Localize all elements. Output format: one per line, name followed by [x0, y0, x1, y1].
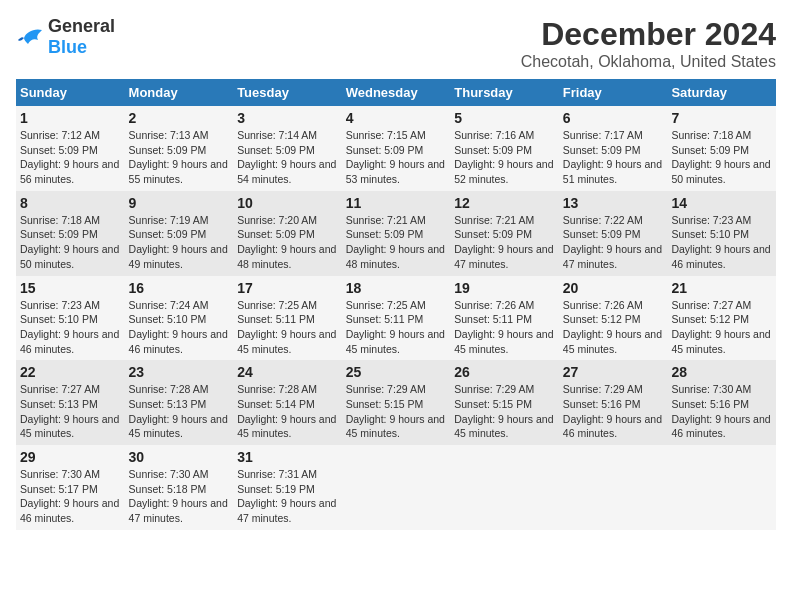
day-number: 16: [129, 280, 230, 296]
day-cell: 23 Sunrise: 7:28 AM Sunset: 5:13 PM Dayl…: [125, 360, 234, 445]
day-cell: 26 Sunrise: 7:29 AM Sunset: 5:15 PM Dayl…: [450, 360, 559, 445]
day-number: 13: [563, 195, 664, 211]
sunrise: Sunrise: 7:21 AM: [346, 214, 426, 226]
daylight: Daylight: 9 hours and 48 minutes.: [346, 243, 445, 270]
sunset: Sunset: 5:09 PM: [454, 228, 532, 240]
day-number: 8: [20, 195, 121, 211]
day-info: Sunrise: 7:25 AM Sunset: 5:11 PM Dayligh…: [346, 298, 447, 357]
day-info: Sunrise: 7:24 AM Sunset: 5:10 PM Dayligh…: [129, 298, 230, 357]
sunrise: Sunrise: 7:31 AM: [237, 468, 317, 480]
day-cell: 21 Sunrise: 7:27 AM Sunset: 5:12 PM Dayl…: [667, 276, 776, 361]
day-info: Sunrise: 7:23 AM Sunset: 5:10 PM Dayligh…: [20, 298, 121, 357]
daylight: Daylight: 9 hours and 51 minutes.: [563, 158, 662, 185]
sunrise: Sunrise: 7:30 AM: [20, 468, 100, 480]
day-cell: [450, 445, 559, 530]
sunrise: Sunrise: 7:28 AM: [129, 383, 209, 395]
sunset: Sunset: 5:09 PM: [20, 228, 98, 240]
daylight: Daylight: 9 hours and 45 minutes.: [454, 413, 553, 440]
sunrise: Sunrise: 7:13 AM: [129, 129, 209, 141]
week-row-1: 1 Sunrise: 7:12 AM Sunset: 5:09 PM Dayli…: [16, 106, 776, 191]
sunset: Sunset: 5:14 PM: [237, 398, 315, 410]
logo-bird-icon: [16, 26, 44, 48]
sunset: Sunset: 5:09 PM: [671, 144, 749, 156]
sunset: Sunset: 5:10 PM: [129, 313, 207, 325]
sunrise: Sunrise: 7:17 AM: [563, 129, 643, 141]
day-number: 28: [671, 364, 772, 380]
sunset: Sunset: 5:09 PM: [20, 144, 98, 156]
calendar-table: Sunday Monday Tuesday Wednesday Thursday…: [16, 79, 776, 530]
daylight: Daylight: 9 hours and 54 minutes.: [237, 158, 336, 185]
header-monday: Monday: [125, 79, 234, 106]
sunset: Sunset: 5:09 PM: [129, 228, 207, 240]
day-number: 5: [454, 110, 555, 126]
day-cell: 6 Sunrise: 7:17 AM Sunset: 5:09 PM Dayli…: [559, 106, 668, 191]
logo: General Blue: [16, 16, 115, 58]
day-cell: [342, 445, 451, 530]
logo-text: General Blue: [48, 16, 115, 58]
sunset: Sunset: 5:09 PM: [237, 228, 315, 240]
day-info: Sunrise: 7:26 AM Sunset: 5:11 PM Dayligh…: [454, 298, 555, 357]
day-number: 1: [20, 110, 121, 126]
daylight: Daylight: 9 hours and 47 minutes.: [454, 243, 553, 270]
day-cell: 19 Sunrise: 7:26 AM Sunset: 5:11 PM Dayl…: [450, 276, 559, 361]
day-number: 17: [237, 280, 338, 296]
day-info: Sunrise: 7:26 AM Sunset: 5:12 PM Dayligh…: [563, 298, 664, 357]
sunrise: Sunrise: 7:23 AM: [20, 299, 100, 311]
daylight: Daylight: 9 hours and 46 minutes.: [20, 497, 119, 524]
day-number: 20: [563, 280, 664, 296]
day-number: 6: [563, 110, 664, 126]
day-number: 31: [237, 449, 338, 465]
day-number: 21: [671, 280, 772, 296]
day-info: Sunrise: 7:18 AM Sunset: 5:09 PM Dayligh…: [20, 213, 121, 272]
sunset: Sunset: 5:19 PM: [237, 483, 315, 495]
day-info: Sunrise: 7:22 AM Sunset: 5:09 PM Dayligh…: [563, 213, 664, 272]
daylight: Daylight: 9 hours and 50 minutes.: [671, 158, 770, 185]
day-cell: 2 Sunrise: 7:13 AM Sunset: 5:09 PM Dayli…: [125, 106, 234, 191]
daylight: Daylight: 9 hours and 48 minutes.: [237, 243, 336, 270]
day-cell: 29 Sunrise: 7:30 AM Sunset: 5:17 PM Dayl…: [16, 445, 125, 530]
sunrise: Sunrise: 7:16 AM: [454, 129, 534, 141]
day-number: 18: [346, 280, 447, 296]
logo-general: General: [48, 16, 115, 36]
day-cell: 1 Sunrise: 7:12 AM Sunset: 5:09 PM Dayli…: [16, 106, 125, 191]
day-number: 4: [346, 110, 447, 126]
day-cell: [559, 445, 668, 530]
sunrise: Sunrise: 7:27 AM: [671, 299, 751, 311]
sunset: Sunset: 5:17 PM: [20, 483, 98, 495]
day-info: Sunrise: 7:21 AM Sunset: 5:09 PM Dayligh…: [346, 213, 447, 272]
header-friday: Friday: [559, 79, 668, 106]
sunset: Sunset: 5:16 PM: [671, 398, 749, 410]
day-number: 27: [563, 364, 664, 380]
header-saturday: Saturday: [667, 79, 776, 106]
day-cell: 28 Sunrise: 7:30 AM Sunset: 5:16 PM Dayl…: [667, 360, 776, 445]
week-row-3: 15 Sunrise: 7:23 AM Sunset: 5:10 PM Dayl…: [16, 276, 776, 361]
sunrise: Sunrise: 7:18 AM: [20, 214, 100, 226]
daylight: Daylight: 9 hours and 45 minutes.: [454, 328, 553, 355]
sunrise: Sunrise: 7:14 AM: [237, 129, 317, 141]
sunset: Sunset: 5:09 PM: [563, 144, 641, 156]
day-number: 26: [454, 364, 555, 380]
sunrise: Sunrise: 7:18 AM: [671, 129, 751, 141]
week-row-5: 29 Sunrise: 7:30 AM Sunset: 5:17 PM Dayl…: [16, 445, 776, 530]
header-thursday: Thursday: [450, 79, 559, 106]
sunset: Sunset: 5:12 PM: [671, 313, 749, 325]
header-wednesday: Wednesday: [342, 79, 451, 106]
day-number: 12: [454, 195, 555, 211]
sunrise: Sunrise: 7:23 AM: [671, 214, 751, 226]
day-number: 24: [237, 364, 338, 380]
day-number: 30: [129, 449, 230, 465]
sunrise: Sunrise: 7:30 AM: [671, 383, 751, 395]
sunrise: Sunrise: 7:15 AM: [346, 129, 426, 141]
sunset: Sunset: 5:12 PM: [563, 313, 641, 325]
daylight: Daylight: 9 hours and 49 minutes.: [129, 243, 228, 270]
sunrise: Sunrise: 7:25 AM: [237, 299, 317, 311]
calendar-body: 1 Sunrise: 7:12 AM Sunset: 5:09 PM Dayli…: [16, 106, 776, 530]
day-info: Sunrise: 7:23 AM Sunset: 5:10 PM Dayligh…: [671, 213, 772, 272]
daylight: Daylight: 9 hours and 55 minutes.: [129, 158, 228, 185]
day-cell: 17 Sunrise: 7:25 AM Sunset: 5:11 PM Dayl…: [233, 276, 342, 361]
day-cell: 4 Sunrise: 7:15 AM Sunset: 5:09 PM Dayli…: [342, 106, 451, 191]
day-cell: 3 Sunrise: 7:14 AM Sunset: 5:09 PM Dayli…: [233, 106, 342, 191]
day-cell: [667, 445, 776, 530]
day-cell: 13 Sunrise: 7:22 AM Sunset: 5:09 PM Dayl…: [559, 191, 668, 276]
main-title: December 2024: [521, 16, 776, 53]
